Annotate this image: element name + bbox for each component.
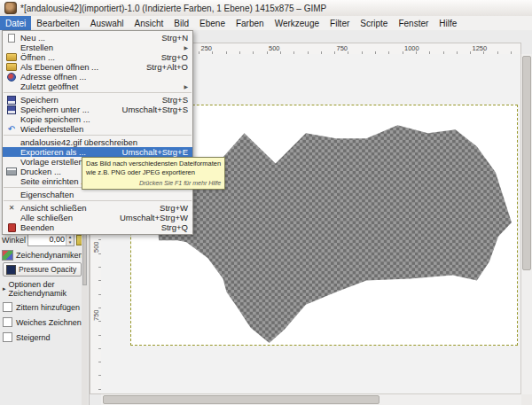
angle-value[interactable]: 0,00: [28, 235, 66, 245]
checkbox-weiches-zeichnen[interactable]: Weiches Zeichnen: [0, 315, 89, 330]
menubar: DateiBearbeitenAuswahlAnsichtBildEbeneFa…: [0, 16, 532, 31]
icon-placeholder: [6, 115, 17, 124]
scrollbar-corner: [521, 394, 532, 405]
dynamics-header: Zeichendynamiken: [0, 247, 89, 261]
menu-item-alle-schliessen[interactable]: Alle schließenUmschalt+Strg+W: [3, 213, 192, 222]
menu-item-speichern[interactable]: SpeichernStrg+S: [3, 95, 192, 105]
menubar-item-ansicht[interactable]: Ansicht: [129, 16, 169, 30]
menubar-item-bearbeiten[interactable]: Bearbeiten: [31, 16, 84, 30]
dynamics-select[interactable]: Pressure Opacity: [3, 262, 82, 276]
dynamics-value: Pressure Opacity: [19, 265, 76, 274]
menu-separator: [4, 200, 192, 201]
menu-item-label: Erstellen: [20, 43, 176, 52]
new-document-icon: [6, 34, 17, 43]
expander-arrow-icon: ▸: [3, 285, 6, 292]
menu-item-shortcut: Strg+Alt+O: [146, 62, 188, 72]
menu-item-shortcut: Strg+W: [160, 203, 188, 213]
menu-item-shortcut: Strg+N: [161, 33, 188, 43]
menubar-item-filter[interactable]: Filter: [325, 16, 355, 30]
menu-item-label: Beenden: [20, 222, 154, 232]
menubar-item-fenster[interactable]: Fenster: [393, 16, 434, 30]
window-title: *[andalousie42](importiert)-1.0 (Indizie…: [20, 4, 326, 13]
dynamics-options-expander[interactable]: ▸ Optionen der Zeichendynamik: [0, 277, 89, 300]
menubar-item-ebene[interactable]: Ebene: [194, 16, 231, 30]
layers-folder-icon: [6, 63, 17, 72]
menu-item-erstellen[interactable]: Erstellen▶: [3, 43, 192, 52]
menu-item-label: Speichern: [20, 95, 155, 105]
menu-item-andalousie42-gif-uberschreiben[interactable]: andalousie42.gif überschreiben: [3, 137, 192, 147]
angle-spinner-buttons[interactable]: ▲ ▼: [66, 235, 74, 245]
h-ruler-label: 750: [337, 44, 348, 52]
close-icon: [6, 204, 17, 213]
export-tooltip: Das Bild nach verschiedensten Dateiforma…: [82, 157, 225, 190]
file-menu: Neu ...Strg+NErstellen▶Öffnen ...Strg+OA…: [2, 30, 193, 235]
menu-separator: [4, 92, 192, 93]
icon-placeholder: [6, 158, 17, 167]
menu-item-wiederherstellen[interactable]: Wiederherstellen: [3, 124, 192, 134]
menubar-item-hilfe[interactable]: Hilfe: [434, 16, 462, 30]
menubar-item-bild[interactable]: Bild: [168, 16, 194, 30]
menu-item-shortcut: Strg+O: [161, 52, 188, 62]
menu-item-beenden[interactable]: BeendenStrg+Q: [3, 222, 192, 232]
menu-item-label: Exportieren als ...: [20, 147, 115, 157]
revert-icon: [6, 125, 17, 134]
tool-checkboxes: Zittern hinzufügenWeiches ZeichnenSteige…: [0, 300, 89, 345]
menu-item-ansicht-schliessen[interactable]: Ansicht schließenStrg+W: [3, 203, 192, 213]
checkbox-zittern-hinzufugen[interactable]: Zittern hinzufügen: [0, 300, 89, 315]
menu-item-eigenschaften[interactable]: Eigenschaften: [3, 190, 192, 199]
spin-down-icon[interactable]: ▼: [66, 240, 74, 245]
horizontal-scrollbar-thumb[interactable]: [103, 395, 379, 404]
globe-icon: [6, 73, 17, 82]
menubar-item-farben[interactable]: Farben: [231, 16, 270, 30]
checkbox-label: Steigernd: [16, 333, 51, 342]
panel-scrollbar[interactable]: [82, 233, 88, 405]
menu-item-label: Zuletzt geöffnet: [20, 82, 176, 91]
menu-item-kopie-speichern[interactable]: Kopie speichern ...: [3, 114, 192, 124]
menubar-item-auswahl[interactable]: Auswahl: [85, 16, 129, 30]
menu-item-neu[interactable]: Neu ...Strg+N: [3, 33, 192, 43]
menu-item-offnen[interactable]: Öffnen ...Strg+O: [3, 52, 192, 62]
icon-placeholder: [6, 214, 17, 222]
save-as-icon: [6, 105, 17, 114]
printer-icon: [6, 167, 17, 176]
angle-label: Winkel: [2, 236, 26, 245]
horizontal-scrollbar[interactable]: [101, 393, 521, 405]
menubar-item-werkzeuge[interactable]: Werkzeuge: [270, 16, 325, 30]
h-ruler-label: 250: [201, 44, 213, 52]
menu-item-exportieren-als[interactable]: Exportieren als ...Umschalt+Strg+E: [3, 147, 192, 157]
checkbox-steigernd[interactable]: Steigernd: [0, 330, 89, 345]
menu-item-zuletzt-geoffnet[interactable]: Zuletzt geöffnet▶: [3, 82, 192, 91]
icon-placeholder: [6, 138, 17, 147]
checkbox-label: Weiches Zeichnen: [16, 318, 82, 327]
tooltip-line1: Das Bild nach verschiedensten Dateiforma…: [86, 160, 221, 168]
checkbox-icon[interactable]: [3, 332, 12, 342]
gimp-window: *[andalousie42](importiert)-1.0 (Indizie…: [0, 0, 532, 405]
menu-item-label: Alle schließen: [20, 213, 113, 222]
save-icon: [6, 96, 17, 105]
icon-placeholder: [6, 82, 17, 91]
gimp-wilber-icon: [4, 2, 17, 14]
panel-scrollbar-thumb[interactable]: [82, 234, 87, 285]
dynamics-label: Zeichendynamiken: [16, 251, 83, 260]
titlebar: *[andalousie42](importiert)-1.0 (Indizie…: [0, 0, 532, 17]
menu-item-label: Speichern unter ...: [20, 105, 115, 114]
menu-item-label: Ansicht schließen: [20, 203, 153, 213]
menu-item-speichern-unter[interactable]: Speichern unter ...Umschalt+Strg+S: [3, 105, 192, 114]
folder-icon: [6, 53, 17, 62]
icon-placeholder: [6, 177, 17, 186]
checkbox-icon[interactable]: [3, 302, 12, 312]
menu-item-label: Adresse öffnen ...: [20, 72, 188, 82]
menu-item-shortcut: Umschalt+Strg+E: [122, 147, 188, 157]
menu-item-als-ebenen-offnen[interactable]: Als Ebenen öffnen ...Strg+Alt+O: [3, 62, 192, 72]
menu-item-adresse-offnen[interactable]: Adresse öffnen ...: [3, 72, 192, 82]
vertical-scrollbar[interactable]: [520, 54, 532, 394]
angle-spinbox[interactable]: 0,00 ▲ ▼: [27, 234, 74, 246]
menu-item-shortcut: Umschalt+Strg+S: [122, 105, 188, 114]
checkbox-icon[interactable]: [3, 317, 12, 327]
menubar-item-datei[interactable]: Datei: [0, 16, 31, 30]
quit-icon: [6, 223, 17, 232]
v-ruler-label: 500: [92, 241, 100, 253]
submenu-arrow-icon: ▶: [184, 44, 188, 51]
vertical-scrollbar-thumb[interactable]: [522, 56, 531, 270]
menubar-item-scripte[interactable]: Scripte: [355, 16, 393, 30]
